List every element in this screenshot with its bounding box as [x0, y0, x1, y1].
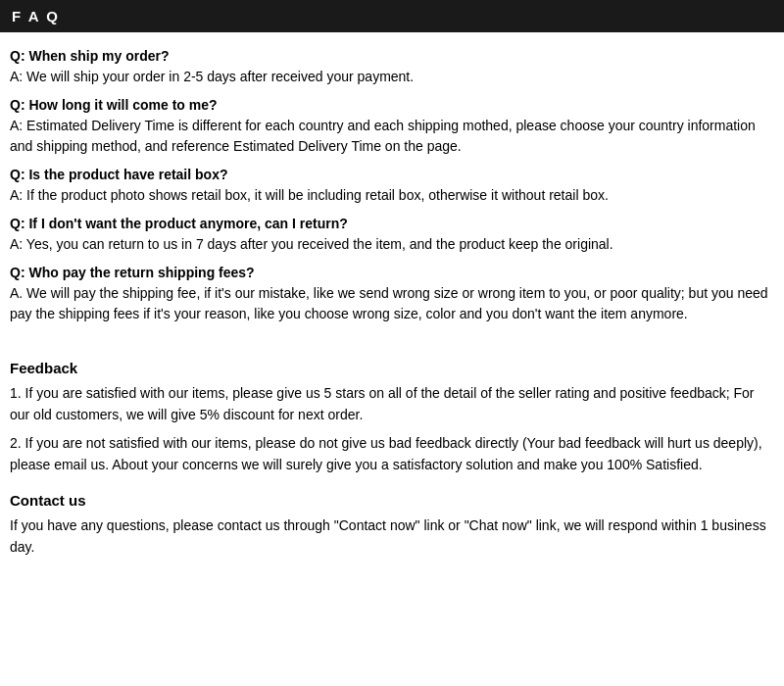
faq-question-5: Q: Who pay the return shipping fees? [10, 265, 774, 280]
faq-header: F A Q [0, 0, 784, 32]
faq-answer-4: A: Yes, you can return to us in 7 days a… [10, 234, 774, 255]
feedback-section: Feedback 1. If you are satisfied with ou… [10, 360, 774, 476]
faq-item-2: Q: How long it will come to me? A: Estim… [10, 97, 774, 157]
faq-question-4: Q: If I don't want the product anymore, … [10, 216, 774, 231]
faq-item-4: Q: If I don't want the product anymore, … [10, 216, 774, 255]
contact-title: Contact us [10, 492, 774, 509]
faq-item-1: Q: When ship my order? A: We will ship y… [10, 48, 774, 87]
feedback-point2: 2. If you are not satisfied with our ite… [10, 432, 774, 476]
contact-section: Contact us If you have any questions, pl… [10, 492, 774, 559]
feedback-point1: 1. If you are satisfied with our items, … [10, 382, 774, 426]
faq-answer-5: A. We will pay the shipping fee, if it's… [10, 283, 774, 324]
faq-question-3: Q: Is the product have retail box? [10, 167, 774, 182]
faq-item-5: Q: Who pay the return shipping fees? A. … [10, 265, 774, 324]
faq-question-2: Q: How long it will come to me? [10, 97, 774, 113]
faq-answer-2: A: Estimated Delivery Time is different … [10, 116, 774, 157]
faq-item-3: Q: Is the product have retail box? A: If… [10, 167, 774, 206]
faq-section: Q: When ship my order? A: We will ship y… [10, 48, 774, 324]
contact-text: If you have any questions, please contac… [10, 514, 774, 559]
faq-answer-1: A: We will ship your order in 2-5 days a… [10, 67, 774, 87]
feedback-title: Feedback [10, 360, 774, 376]
faq-question-1: Q: When ship my order? [10, 48, 774, 64]
faq-answer-3: A: If the product photo shows retail box… [10, 185, 774, 206]
